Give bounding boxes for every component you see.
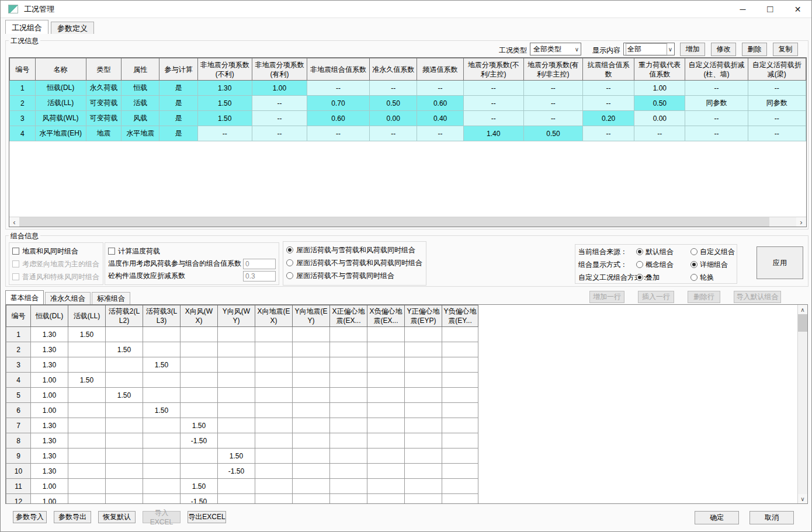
combo-cell[interactable] (367, 448, 405, 464)
copy-case-button[interactable]: 复制 (773, 43, 798, 56)
combo-setting-option[interactable]: 轮换 (690, 273, 745, 283)
combo-cell[interactable] (68, 464, 106, 479)
combo-cell[interactable]: 1.50 (181, 418, 218, 433)
case-cell[interactable]: 1.00 (252, 81, 307, 96)
combo-cell[interactable]: 1.30 (31, 433, 68, 448)
import-params-button[interactable]: 参数导入 (13, 511, 47, 523)
case-cell[interactable]: 风荷载(WL) (35, 111, 86, 126)
combo-cell[interactable]: 1.50 (143, 357, 181, 373)
combo-cell[interactable] (68, 357, 106, 373)
combo-cell[interactable] (181, 464, 218, 479)
combo-cell[interactable] (181, 403, 218, 418)
combo-cell[interactable] (143, 494, 181, 505)
combo-cell[interactable] (255, 418, 293, 433)
combo-cell[interactable] (68, 388, 106, 403)
combo-cell[interactable] (293, 403, 330, 418)
combo-cell[interactable] (68, 448, 106, 464)
case-cell[interactable]: 0.20 (582, 111, 634, 126)
combo-cell[interactable] (405, 418, 442, 433)
combo-cell[interactable] (367, 403, 405, 418)
combo-cell[interactable]: 1.50 (143, 403, 181, 418)
export-params-button[interactable]: 参数导出 (54, 511, 91, 523)
combo-cell[interactable] (143, 433, 181, 448)
combo-cell[interactable] (255, 479, 293, 494)
vertical-scroll-track[interactable] (798, 332, 807, 494)
combo-cell[interactable] (106, 373, 143, 388)
combo-cell[interactable] (255, 373, 293, 388)
combo-cell[interactable] (143, 464, 181, 479)
case-cell[interactable]: 0.50 (634, 96, 685, 111)
ok-button[interactable]: 确定 (695, 511, 739, 524)
combo-cell[interactable] (218, 479, 255, 494)
tab-basic-combination[interactable]: 基本组合 (5, 290, 44, 304)
case-cell[interactable]: 4 (10, 126, 36, 141)
scroll-up-button[interactable]: ∧ (798, 305, 807, 314)
combo-cell[interactable] (367, 464, 405, 479)
combo-cell[interactable] (106, 464, 143, 479)
case-cell[interactable]: 1.30 (197, 81, 252, 96)
combo-cell[interactable] (293, 464, 330, 479)
combo-cell[interactable]: 1.30 (31, 418, 68, 433)
combo-cell[interactable] (405, 494, 442, 505)
combo-setting-option[interactable]: 默认组合 (636, 247, 690, 257)
combo-cell[interactable] (143, 448, 181, 464)
horizontal-scroll-track[interactable] (769, 217, 796, 227)
case-type-select[interactable]: 全部类型 ∨ (530, 43, 581, 55)
horizontal-scrollbar[interactable]: ‹ › (9, 217, 806, 227)
combo-cell[interactable]: 1.50 (218, 448, 255, 464)
combo-setting-option[interactable]: 详细组合 (690, 260, 745, 270)
combo-cell[interactable] (143, 327, 181, 342)
case-cell[interactable]: 0.60 (417, 96, 463, 111)
close-button[interactable]: ✕ (784, 1, 811, 18)
modify-case-button[interactable]: 修改 (711, 43, 736, 56)
combo-cell[interactable] (442, 464, 478, 479)
case-cell[interactable]: 活载 (122, 96, 159, 111)
combo-cell[interactable] (181, 357, 218, 373)
combo-cell[interactable] (218, 357, 255, 373)
case-cell[interactable]: 0.50 (523, 126, 582, 141)
combo-cell[interactable]: 1.30 (31, 448, 68, 464)
combo-cell[interactable] (218, 388, 255, 403)
combo-cell[interactable] (255, 388, 293, 403)
combo-cell[interactable] (255, 464, 293, 479)
case-cell[interactable]: 0.40 (417, 111, 463, 126)
combo-cell[interactable]: 1.50 (106, 388, 143, 403)
checkbox-seismic-wind-combo[interactable]: 地震和风同时组合 (12, 245, 100, 258)
combo-cell[interactable] (181, 388, 218, 403)
case-cell[interactable]: 1 (10, 81, 36, 96)
tab-parameter-definition[interactable]: 参数定义 (51, 22, 94, 34)
combo-cell[interactable] (405, 448, 442, 464)
case-cell[interactable]: 是 (159, 126, 197, 141)
combo-cell[interactable] (442, 418, 478, 433)
combo-cell[interactable] (106, 418, 143, 433)
maximize-button[interactable]: □ (757, 1, 784, 18)
case-cell[interactable]: 恒载 (122, 81, 159, 96)
combo-cell[interactable]: 1.50 (181, 479, 218, 494)
combo-cell[interactable]: 1.30 (31, 464, 68, 479)
combo-cell[interactable] (330, 464, 367, 479)
combo-cell[interactable]: 1.30 (31, 342, 68, 357)
combo-cell[interactable] (405, 388, 442, 403)
case-cell[interactable]: 可变荷载 (86, 96, 122, 111)
combo-cell[interactable] (255, 433, 293, 448)
combo-cell[interactable] (68, 342, 106, 357)
combo-cell[interactable]: 1.50 (106, 342, 143, 357)
case-cell[interactable]: 1.50 (197, 96, 252, 111)
tab-standard-combination[interactable]: 标准组合 (92, 292, 130, 304)
combo-cell[interactable] (293, 479, 330, 494)
combo-cell[interactable]: -1.50 (218, 464, 255, 479)
combo-cell[interactable] (106, 357, 143, 373)
combo-cell[interactable] (405, 342, 442, 357)
case-cell[interactable]: 0.70 (307, 96, 370, 111)
case-cell[interactable]: 是 (159, 96, 197, 111)
apply-button[interactable]: 应用 (757, 246, 803, 279)
case-cell[interactable]: 活载(LL) (35, 96, 86, 111)
tab-quasi-permanent-combination[interactable]: 准永久组合 (45, 292, 91, 304)
scroll-down-button[interactable]: ∨ (798, 494, 807, 503)
combo-cell[interactable] (143, 373, 181, 388)
case-cell[interactable]: 可变荷载 (86, 111, 122, 126)
cancel-button[interactable]: 取消 (749, 511, 794, 524)
combo-cell[interactable] (255, 342, 293, 357)
case-cell[interactable]: 水平地震(EH) (35, 126, 86, 141)
combo-cell[interactable] (218, 433, 255, 448)
